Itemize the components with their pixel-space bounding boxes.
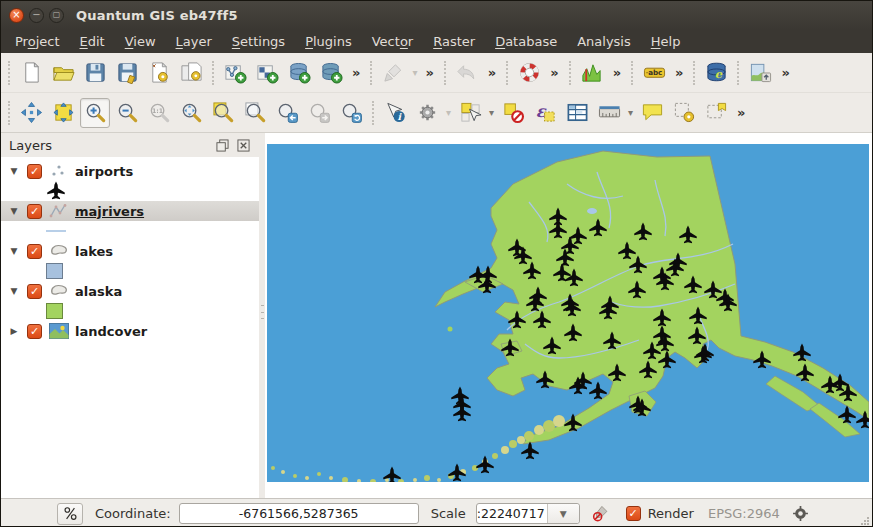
map-tips-button[interactable] xyxy=(637,98,667,128)
collapse-icon[interactable]: ▼ xyxy=(1,286,27,296)
save-project-as-button[interactable] xyxy=(112,58,142,88)
coordinate-input[interactable]: -6761566,5287365 xyxy=(179,503,419,524)
refresh-map-button[interactable] xyxy=(336,98,366,128)
layer-item-alaska[interactable]: ▼✓alaska xyxy=(1,281,259,301)
zoom-to-layer-button[interactable] xyxy=(240,98,270,128)
menu-item-layer[interactable]: Layer xyxy=(166,31,222,52)
toolbar-overflow-chevron[interactable]: » xyxy=(732,105,750,120)
quick-print-button[interactable] xyxy=(745,58,775,88)
layer-label[interactable]: majrivers xyxy=(75,204,144,219)
layer-visibility-checkbox[interactable]: ✓ xyxy=(27,324,42,339)
layer-visibility-checkbox[interactable]: ✓ xyxy=(27,204,42,219)
menu-item-project[interactable]: Project xyxy=(5,31,70,52)
close-icon[interactable]: × xyxy=(9,8,24,23)
run-feature-action-button[interactable] xyxy=(412,98,442,128)
toolbar-overflow-chevron[interactable]: » xyxy=(347,65,365,80)
add-postgis-layer-button[interactable] xyxy=(284,58,314,88)
new-bookmark-button[interactable] xyxy=(669,98,699,128)
new-print-composer-button[interactable] xyxy=(144,58,174,88)
layer-label[interactable]: alaska xyxy=(75,284,122,299)
toolbar-handle[interactable] xyxy=(693,61,695,85)
toolbar-handle[interactable] xyxy=(8,101,10,125)
zoom-in-button[interactable] xyxy=(80,98,110,128)
toolbar-handle[interactable] xyxy=(212,61,214,85)
menu-item-database[interactable]: Database xyxy=(485,31,567,52)
minimize-icon[interactable]: − xyxy=(29,8,44,23)
toolbar-overflow-chevron[interactable]: » xyxy=(483,65,501,80)
chevron-down-icon[interactable]: ▾ xyxy=(625,107,636,118)
raster-histogram-button[interactable] xyxy=(577,58,607,88)
render-checkbox[interactable]: ✓ xyxy=(626,506,641,521)
expand-icon[interactable]: ▶ xyxy=(1,326,27,336)
chevron-down-icon[interactable]: ▾ xyxy=(486,107,497,118)
title-bar[interactable]: × − ▢ Quantum GIS eb47ff5 xyxy=(1,1,872,29)
select-by-expression-button[interactable]: ε xyxy=(530,98,560,128)
toolbar-overflow-chevron[interactable]: » xyxy=(608,65,626,80)
menu-item-vector[interactable]: Vector xyxy=(362,31,423,52)
menu-item-settings[interactable]: Settings xyxy=(222,31,295,52)
zoom-full-button[interactable] xyxy=(176,98,206,128)
toolbar-handle[interactable] xyxy=(8,61,10,85)
open-project-button[interactable] xyxy=(48,58,78,88)
identify-features-button[interactable]: i xyxy=(380,98,410,128)
collapse-icon[interactable]: ▼ xyxy=(1,206,27,216)
toolbar-overflow-chevron[interactable]: » xyxy=(776,65,794,80)
save-project-button[interactable] xyxy=(80,58,110,88)
zoom-out-button[interactable] xyxy=(112,98,142,128)
layer-label[interactable]: landcover xyxy=(75,324,147,339)
map-canvas[interactable] xyxy=(267,144,869,482)
open-attribute-table-button[interactable] xyxy=(562,98,592,128)
evis-database-button[interactable]: e xyxy=(701,58,731,88)
toolbar-handle[interactable] xyxy=(737,61,739,85)
layer-label[interactable]: lakes xyxy=(75,244,113,259)
layer-label[interactable]: airports xyxy=(75,164,133,179)
zoom-to-selected-button[interactable] xyxy=(208,98,238,128)
menu-item-help[interactable]: Help xyxy=(641,31,691,52)
toolbar-overflow-chevron[interactable]: » xyxy=(545,65,563,80)
resize-grip[interactable] xyxy=(860,516,870,526)
add-raster-layer-button[interactable] xyxy=(252,58,282,88)
menu-item-plugins[interactable]: Plugins xyxy=(295,31,362,52)
toolbar-handle[interactable] xyxy=(569,61,571,85)
layer-item-landcover[interactable]: ▶✓landcover xyxy=(1,321,259,341)
zoom-last-button[interactable] xyxy=(272,98,302,128)
crs-status-icon[interactable] xyxy=(788,503,814,525)
toolbar-overflow-chevron[interactable]: » xyxy=(670,65,688,80)
labeling-button[interactable]: abc xyxy=(639,58,669,88)
float-panel-icon[interactable] xyxy=(215,138,230,153)
toolbar-overflow-chevron[interactable]: » xyxy=(420,65,438,80)
menu-item-analysis[interactable]: Analysis xyxy=(567,31,641,52)
toolbar-handle[interactable] xyxy=(631,61,633,85)
toolbar-handle[interactable] xyxy=(506,61,508,85)
layer-item-airports[interactable]: ▼✓airports xyxy=(1,161,259,181)
menu-item-view[interactable]: View xyxy=(115,31,166,52)
maximize-icon[interactable]: ▢ xyxy=(49,8,64,23)
scale-combobox[interactable]: 1:22240717 ▼ xyxy=(476,503,580,524)
collapse-icon[interactable]: ▼ xyxy=(1,166,27,176)
layer-visibility-checkbox[interactable]: ✓ xyxy=(27,244,42,259)
stop-render-icon[interactable] xyxy=(588,503,614,525)
pan-map-button[interactable] xyxy=(16,98,46,128)
layer-visibility-checkbox[interactable]: ✓ xyxy=(27,164,42,179)
menu-item-raster[interactable]: Raster xyxy=(423,31,485,52)
render-toggle[interactable]: ✓ Render xyxy=(626,506,694,521)
layer-item-lakes[interactable]: ▼✓lakes xyxy=(1,241,259,261)
layer-item-majrivers[interactable]: ▼✓majrivers xyxy=(1,201,259,221)
select-rectangle-button[interactable] xyxy=(455,98,485,128)
new-project-button[interactable] xyxy=(16,58,46,88)
show-bookmarks-button[interactable] xyxy=(701,98,731,128)
composer-manager-button[interactable] xyxy=(176,58,206,88)
add-spatialite-layer-button[interactable] xyxy=(316,58,346,88)
mouse-position-icon[interactable] xyxy=(57,503,83,525)
scale-value[interactable]: 1:22240717 xyxy=(477,506,547,521)
chevron-down-icon[interactable]: ▼ xyxy=(547,504,579,523)
toolbar-handle[interactable] xyxy=(444,61,446,85)
menu-item-edit[interactable]: Edit xyxy=(70,31,115,52)
add-vector-layer-button[interactable] xyxy=(220,58,250,88)
collapse-icon[interactable]: ▼ xyxy=(1,246,27,256)
layer-visibility-checkbox[interactable]: ✓ xyxy=(27,284,42,299)
measure-line-button[interactable] xyxy=(594,98,624,128)
deselect-all-button[interactable] xyxy=(498,98,528,128)
toolbar-handle[interactable] xyxy=(372,101,374,125)
help-contents-button[interactable] xyxy=(514,58,544,88)
